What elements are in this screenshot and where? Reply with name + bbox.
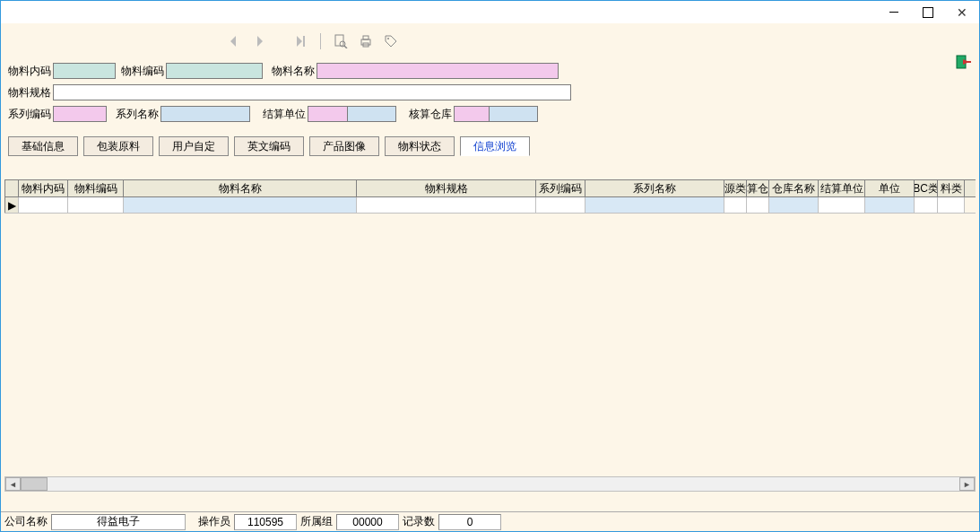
column-header[interactable]: 料类 (938, 180, 965, 196)
scroll-left-button[interactable]: ◄ (5, 477, 21, 491)
column-header[interactable]: 物料内码 (19, 180, 68, 196)
cell[interactable] (124, 197, 357, 213)
material-inner-code-input[interactable] (53, 63, 116, 79)
material-name-input[interactable] (317, 63, 559, 79)
minimize-button[interactable] (877, 2, 911, 23)
prev-icon[interactable] (225, 32, 243, 50)
tab-english-code[interactable]: 英文编码 (234, 136, 304, 156)
preview-icon[interactable] (332, 32, 350, 50)
column-header[interactable]: 算仓 (747, 180, 769, 196)
material-spec-input[interactable] (53, 84, 571, 100)
group-label: 所属组 (297, 514, 336, 529)
cell[interactable] (68, 197, 124, 213)
settle-unit-label: 结算单位 (263, 107, 306, 122)
cell[interactable] (357, 197, 536, 213)
column-header[interactable]: 源类 (724, 180, 747, 196)
data-grid: 物料内码物料编码物料名称物料规格系列编码系列名称源类算仓仓库名称结算单位单位BC… (4, 179, 976, 492)
series-code-input[interactable] (53, 106, 107, 122)
column-header[interactable]: 物料编码 (68, 180, 124, 196)
cell[interactable] (915, 197, 938, 213)
toolbar-separator (320, 33, 321, 49)
operator-value: 110595 (234, 514, 297, 530)
table-row[interactable]: ▶ (4, 197, 976, 214)
svg-rect-1 (335, 35, 343, 46)
tab-material-state[interactable]: 物料状态 (385, 136, 455, 156)
cell[interactable] (769, 197, 819, 213)
form-area: 物料内码 物料编码 物料名称 物料规格 系列编码 系列名称 结算单位 核算仓库 (1, 59, 979, 133)
tab-user-defined[interactable]: 用户自定 (159, 136, 229, 156)
account-warehouse-input-1[interactable] (454, 106, 490, 122)
next-icon[interactable] (250, 32, 268, 50)
workarea: 物料内码 物料编码 物料名称 物料规格 系列编码 系列名称 结算单位 核算仓库 (0, 23, 980, 532)
operator-label: 操作员 (195, 514, 234, 529)
cell[interactable] (585, 197, 724, 213)
cell[interactable] (19, 197, 68, 213)
settle-unit-input-2[interactable] (347, 106, 396, 122)
cell[interactable] (747, 197, 769, 213)
settle-unit-input-1[interactable] (308, 106, 348, 122)
group-value: 00000 (336, 514, 399, 530)
exit-icon[interactable] (956, 54, 974, 72)
series-code-label: 系列编码 (8, 107, 51, 122)
cell[interactable] (536, 197, 585, 213)
tab-basic-info[interactable]: 基础信息 (8, 136, 78, 156)
svg-line-3 (344, 46, 347, 48)
tab-info-browse[interactable]: 信息浏览 (460, 136, 530, 156)
cell[interactable]: ▶ (4, 197, 19, 213)
tab-packaging[interactable]: 包装原料 (83, 136, 153, 156)
column-header[interactable]: 物料名称 (124, 180, 357, 196)
cell[interactable] (938, 197, 965, 213)
grid-header: 物料内码物料编码物料名称物料规格系列编码系列名称源类算仓仓库名称结算单位单位BC… (4, 179, 976, 197)
svg-rect-5 (363, 36, 369, 39)
svg-point-7 (387, 38, 389, 39)
svg-rect-0 (303, 36, 305, 47)
print-icon[interactable] (357, 32, 375, 50)
column-header[interactable]: BC类 (915, 180, 938, 196)
close-button[interactable]: ✕ (945, 2, 979, 23)
scroll-thumb[interactable] (21, 477, 48, 491)
titlebar: ✕ (0, 0, 980, 23)
cell[interactable] (724, 197, 747, 213)
account-warehouse-label: 核算仓库 (409, 107, 452, 122)
material-name-label: 物料名称 (272, 64, 315, 79)
series-name-input[interactable] (160, 106, 250, 122)
material-code-label: 物料编码 (121, 64, 164, 79)
column-header[interactable]: 系列编码 (536, 180, 585, 196)
cell[interactable] (819, 197, 865, 213)
tab-product-image[interactable]: 产品图像 (309, 136, 379, 156)
records-label: 记录数 (399, 514, 438, 529)
tag-icon[interactable] (382, 32, 400, 50)
company-value: 得益电子 (51, 514, 186, 530)
material-inner-code-label: 物料内码 (8, 64, 51, 79)
column-header[interactable]: 单位 (865, 180, 915, 196)
status-bar: 公司名称 得益电子 操作员 110595 所属组 00000 记录数 0 (1, 511, 979, 531)
series-name-label: 系列名称 (116, 107, 159, 122)
column-header[interactable] (4, 180, 19, 196)
material-spec-label: 物料规格 (8, 85, 51, 100)
toolbar (1, 23, 979, 59)
column-header[interactable]: 系列名称 (585, 180, 724, 196)
account-warehouse-input-2[interactable] (489, 106, 538, 122)
scroll-track[interactable] (21, 477, 959, 491)
column-header[interactable]: 结算单位 (819, 180, 865, 196)
cell[interactable] (865, 197, 915, 213)
material-code-input[interactable] (166, 63, 263, 79)
scroll-right-button[interactable]: ► (959, 477, 975, 491)
column-header[interactable]: 仓库名称 (769, 180, 819, 196)
tabs: 基础信息 包装原料 用户自定 英文编码 产品图像 物料状态 信息浏览 (1, 133, 979, 156)
column-header[interactable]: 物料规格 (357, 180, 536, 196)
horizontal-scrollbar[interactable]: ◄ ► (4, 476, 976, 492)
records-value: 0 (438, 514, 501, 530)
company-label: 公司名称 (1, 514, 51, 529)
last-icon[interactable] (291, 32, 309, 50)
maximize-button[interactable] (911, 2, 945, 23)
